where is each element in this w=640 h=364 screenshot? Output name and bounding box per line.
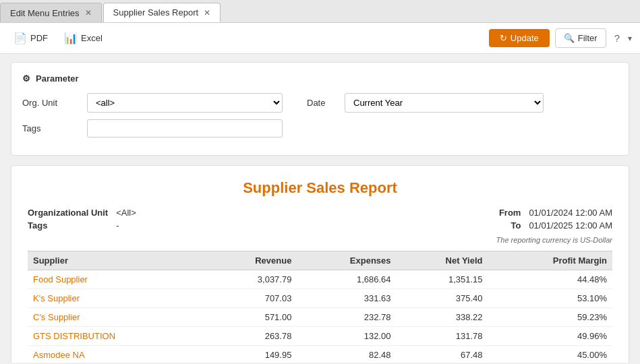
cell-profit-margin: 44.48% bbox=[488, 270, 612, 289]
supplier-link[interactable]: K's Supplier bbox=[33, 293, 80, 303]
org-unit-select[interactable]: <all> bbox=[87, 93, 283, 113]
table-row: C's Supplier571.00232.78338.2259.23% bbox=[28, 308, 612, 327]
col-header-profit-margin: Profit Margin bbox=[488, 251, 612, 270]
filter-icon: 🔍 bbox=[564, 33, 575, 43]
main-content: ⚙ Parameter Org. Unit <all> Date Current… bbox=[0, 54, 640, 363]
excel-button[interactable]: 📊 Excel bbox=[59, 29, 108, 47]
report-section: Supplier Sales Report Organizational Uni… bbox=[11, 165, 629, 363]
cell-net-yield: 375.40 bbox=[397, 289, 488, 308]
help-button[interactable]: ? bbox=[612, 30, 622, 47]
table-row: K's Supplier707.03331.63375.4053.10% bbox=[28, 289, 612, 308]
update-label: Update bbox=[511, 33, 539, 43]
table-row: Asmodee NA149.9582.4867.4845.00% bbox=[28, 346, 612, 363]
cell-expenses: 1,686.64 bbox=[297, 270, 396, 289]
date-label: Date bbox=[307, 98, 334, 108]
refresh-icon: ↻ bbox=[500, 33, 507, 43]
table-row: GTS DISTRIBUTION263.78132.00131.7849.96% bbox=[28, 327, 612, 346]
cell-net-yield: 131.78 bbox=[397, 327, 488, 346]
org-unit-meta-key: Organizational Unit bbox=[28, 208, 108, 218]
filter-button[interactable]: 🔍 Filter bbox=[555, 28, 606, 48]
cell-net-yield: 1,351.15 bbox=[397, 270, 488, 289]
update-button[interactable]: ↻ Update bbox=[489, 29, 550, 47]
pdf-icon: 📄 bbox=[13, 32, 27, 44]
pdf-button[interactable]: 📄 PDF bbox=[8, 29, 53, 47]
date-select[interactable]: Current Year bbox=[345, 93, 544, 113]
cell-profit-margin: 59.23% bbox=[488, 308, 612, 327]
tab-edit-menu-label: Edit Menu Entries bbox=[10, 8, 80, 18]
tab-supplier-sales[interactable]: Supplier Sales Report ✕ bbox=[103, 3, 221, 22]
from-val: 01/01/2024 12:00 AM bbox=[529, 208, 612, 218]
report-meta: Organizational Unit <All> From 01/01/202… bbox=[28, 208, 612, 231]
tags-label: Tags bbox=[22, 123, 76, 133]
excel-label: Excel bbox=[81, 33, 103, 43]
col-header-supplier: Supplier bbox=[28, 251, 206, 270]
org-unit-row: Org. Unit <all> Date Current Year bbox=[22, 93, 618, 113]
from-key: From bbox=[499, 208, 521, 218]
sliders-icon: ⚙ bbox=[22, 73, 30, 84]
help-icon: ? bbox=[614, 32, 620, 44]
cell-revenue: 3,037.79 bbox=[206, 270, 297, 289]
toolbar-right: ↻ Update 🔍 Filter ? ▾ bbox=[489, 28, 632, 48]
table-header-row: Supplier Revenue Expenses Net Yield Prof… bbox=[28, 251, 612, 270]
expand-button[interactable]: ▾ bbox=[628, 34, 632, 43]
to-key: To bbox=[499, 220, 521, 231]
cell-expenses: 331.63 bbox=[297, 289, 396, 308]
cell-profit-margin: 49.96% bbox=[488, 327, 612, 346]
cell-revenue: 571.00 bbox=[206, 308, 297, 327]
org-unit-meta-val: <All> bbox=[116, 208, 136, 218]
tab-supplier-sales-close[interactable]: ✕ bbox=[204, 8, 210, 18]
tags-meta-val: - bbox=[116, 220, 136, 231]
cell-revenue: 707.03 bbox=[206, 289, 297, 308]
cell-profit-margin: 53.10% bbox=[488, 289, 612, 308]
tab-bar: Edit Menu Entries ✕ Supplier Sales Repor… bbox=[0, 0, 640, 23]
cell-profit-margin: 45.00% bbox=[488, 346, 612, 363]
cell-expenses: 82.48 bbox=[297, 346, 396, 363]
parameter-title: Parameter bbox=[36, 73, 79, 84]
currency-note: The reporting currency is US-Dollar bbox=[28, 236, 612, 244]
toolbar: 📄 PDF 📊 Excel ↻ Update 🔍 Filter ? ▾ bbox=[0, 23, 640, 54]
supplier-link[interactable]: GTS DISTRIBUTION bbox=[33, 331, 115, 341]
col-header-expenses: Expenses bbox=[297, 251, 396, 270]
to-val: 01/01/2025 12:00 AM bbox=[529, 220, 612, 231]
cell-expenses: 132.00 bbox=[297, 327, 396, 346]
cell-expenses: 232.78 bbox=[297, 308, 396, 327]
tab-edit-menu[interactable]: Edit Menu Entries ✕ bbox=[0, 3, 102, 22]
excel-icon: 📊 bbox=[64, 32, 78, 44]
org-unit-label: Org. Unit bbox=[22, 98, 76, 108]
tags-row: Tags bbox=[22, 119, 618, 138]
col-header-revenue: Revenue bbox=[206, 251, 297, 270]
tab-supplier-sales-label: Supplier Sales Report bbox=[113, 7, 198, 18]
supplier-link[interactable]: Asmodee NA bbox=[33, 350, 85, 360]
report-title: Supplier Sales Report bbox=[28, 179, 612, 197]
chevron-down-icon: ▾ bbox=[628, 34, 632, 43]
table-row: Food Supplier3,037.791,686.641,351.1544.… bbox=[28, 270, 612, 289]
cell-revenue: 149.95 bbox=[206, 346, 297, 363]
cell-net-yield: 338.22 bbox=[397, 308, 488, 327]
col-header-net-yield: Net Yield bbox=[397, 251, 488, 270]
cell-net-yield: 67.48 bbox=[397, 346, 488, 363]
tags-meta-key: Tags bbox=[28, 220, 108, 231]
toolbar-left: 📄 PDF 📊 Excel bbox=[8, 29, 108, 47]
parameter-panel: ⚙ Parameter Org. Unit <all> Date Current… bbox=[11, 62, 629, 156]
cell-revenue: 263.78 bbox=[206, 327, 297, 346]
supplier-link[interactable]: C's Supplier bbox=[33, 312, 80, 322]
tags-input[interactable] bbox=[87, 119, 283, 138]
report-table: Supplier Revenue Expenses Net Yield Prof… bbox=[28, 251, 612, 363]
pdf-label: PDF bbox=[30, 33, 48, 43]
supplier-link[interactable]: Food Supplier bbox=[33, 274, 88, 284]
parameter-header: ⚙ Parameter bbox=[22, 73, 618, 84]
tab-edit-menu-close[interactable]: ✕ bbox=[85, 8, 92, 18]
filter-label: Filter bbox=[578, 33, 598, 43]
